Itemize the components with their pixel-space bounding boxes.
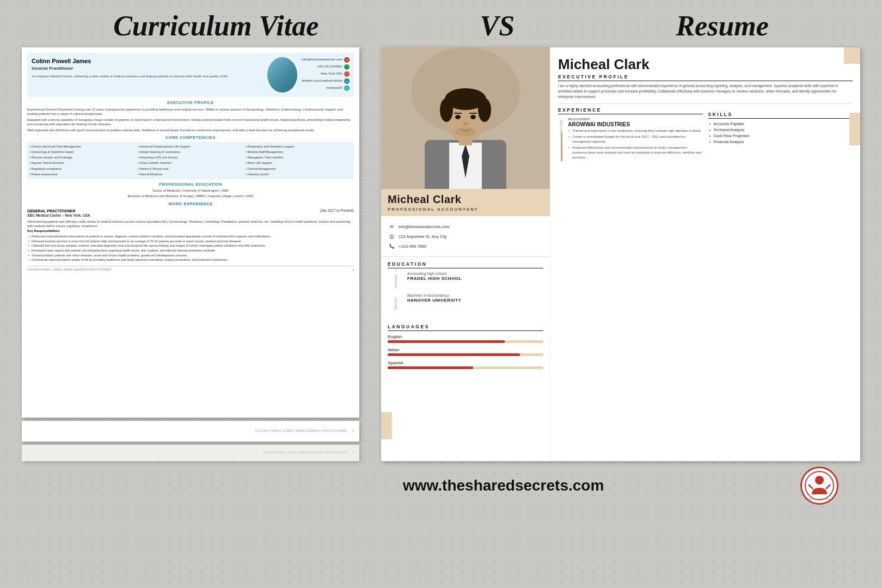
cv-page-3: COLINN POWELL JAMES, MBBS-GENERAL PRACTI… — [22, 445, 359, 461]
vs-text: VS — [480, 10, 515, 42]
resume-phone: 📞 +123-456-7890 — [388, 242, 543, 250]
skills-col: SKILLS Accounts PayableTechnical Analysi… — [708, 107, 853, 164]
cv-comp-item: Internal Medicine — [138, 172, 244, 177]
skill-item: Accounts Payable — [708, 121, 853, 127]
resume-section: Micheal Clark PROFESSIONAL ACCOUNTANT ✉ … — [359, 47, 860, 581]
lang-bar-bg — [388, 366, 543, 369]
resume-email: ✉ info@thesharedsecrets.com — [388, 223, 543, 230]
cv-phone: +001 00 1234567 📞 — [317, 64, 350, 70]
website-text: www.thesharedsecrets.com — [403, 477, 604, 494]
two-column-section: EXPERIENCE 2017-2021 Accountant AROWWAI … — [558, 107, 853, 164]
cv-comp-item: Chronic and Acute Pain Management — [29, 144, 136, 149]
edu-school-name: HANOVER UNIVERSITY — [407, 298, 543, 303]
cv-skype: myskypeID S — [326, 85, 350, 91]
skill-item: Financial Analysis — [708, 139, 853, 145]
exec-profile-text2: Equipped with a strong capability of man… — [27, 118, 354, 126]
cv-edu-item: Doctor of Medicine | University of Washi… — [27, 189, 354, 193]
svg-point-15 — [455, 127, 476, 136]
decorative-top — [844, 47, 860, 64]
edu-item: 2010-2013 Accounting high school FRADEL … — [388, 272, 543, 289]
cv-email-text: info@thesharedsecrets.com — [302, 58, 342, 62]
svg-rect-12 — [454, 113, 462, 114]
cv-comp-item: Gynecology & Obstetrics Expert — [29, 150, 136, 155]
location-icon: 📍 — [344, 71, 350, 77]
resume-languages: LANGUAGES English Italian Spanish — [381, 320, 550, 378]
lang-bar-fill — [388, 366, 473, 369]
cv-bullet: Treated pediatric patients with minor il… — [27, 254, 354, 258]
cv-comp-item: Respiratory and Ventilatory support — [246, 144, 352, 149]
cv-comp-item: Nasogastric Tube Insertion — [246, 155, 352, 160]
cv-comp-item: Advanced Cardiovascular Life Support — [138, 144, 244, 149]
cv-photo — [267, 57, 297, 93]
svg-point-17 — [815, 476, 824, 485]
lang-name: Italian — [388, 347, 543, 352]
cv-skype-text: myskypeID — [326, 86, 342, 90]
cv-header-left: Colinn Powell James General Practitioner… — [32, 57, 263, 93]
lang-bar-bg — [388, 340, 543, 343]
lang-name: English — [388, 334, 543, 339]
cv-comp-item: Ingrown Toenail Excision — [29, 161, 136, 166]
cv-footer-name2: COLINN POWELL JAMES, MBBS-GENERAL PRACTI… — [255, 429, 347, 433]
logo-inner: The Shared Secrets — [804, 470, 835, 501]
cv-footer-page1: 1 — [352, 268, 354, 272]
exp-bullet: Trained and supervised 2 new employees, … — [568, 128, 702, 133]
cv-comp-item: Patient assessment — [29, 172, 136, 177]
edu-year-bar: 2010-2013 — [388, 272, 404, 289]
svg-point-9 — [478, 98, 491, 122]
cv-comp-item: Intravenous (IV) Line Access — [138, 155, 244, 160]
resume-right-name: Micheal Clark — [558, 56, 853, 73]
phone-icon: 📞 — [344, 64, 350, 70]
work-date: (Jan 2017 to Present) — [320, 209, 354, 213]
exp-title: EXPERIENCE — [558, 107, 703, 114]
work-role: GENERAL PRACTITIONER — [27, 209, 76, 213]
exp-content: Accountant AROWWAI INDUSTRIES Trained an… — [568, 117, 702, 161]
resume-person-photo — [381, 47, 550, 189]
edu-school-name: FRADEL HIGH SCHOOL — [407, 276, 543, 281]
svg-text:The Shared Secrets: The Shared Secrets — [809, 498, 830, 500]
exp-year-bar: 2017-2021 — [558, 117, 565, 161]
skills-section: SKILLS Accounts PayableTechnical Analysi… — [708, 112, 853, 145]
page-header: Curriculum Vitae VS Resume — [0, 0, 882, 47]
cv-comp-item: Basic Life Support — [246, 161, 352, 166]
lang-title: LANGUAGES — [388, 324, 543, 331]
email-icon: ✉ — [344, 57, 350, 63]
cv-phone-text: +001 00 1234567 — [317, 65, 342, 69]
edu-title: EDUCATION — [388, 261, 543, 268]
exp-company: AROWWAI INDUSTRIES — [568, 121, 702, 127]
email-icon: ✉ — [388, 223, 395, 230]
phone-icon: 📞 — [388, 242, 395, 250]
lang-bar-fill — [388, 340, 505, 343]
cv-contact: info@thesharedsecrets.com ✉ +001 00 1234… — [302, 57, 350, 93]
bottom-bar: www.thesharedsecrets.com The Shared Secr… — [381, 461, 860, 510]
cv-linkedin-text: linkedin.com/medical-doctor — [302, 79, 342, 83]
divider — [558, 103, 853, 104]
cv-comp-item: Infection control — [246, 172, 352, 177]
cv-location-text: New York-USA — [321, 72, 342, 76]
cv-comp-item: Regulatory compliance — [29, 167, 136, 171]
exec-profile-text: Experienced General Practitioner having … — [27, 107, 354, 116]
svg-point-10 — [455, 115, 461, 119]
lang-item: Spanish — [388, 360, 543, 369]
cv-page-1: Colinn Powell James General Practitioner… — [22, 47, 359, 418]
resume-left-column: Micheal Clark PROFESSIONAL ACCOUNTANT ✉ … — [381, 47, 550, 461]
skill-item: Technical Analysis — [708, 127, 853, 133]
cv-linkedin: linkedin.com/medical-doctor in — [302, 78, 350, 84]
cv-comp-item: Medical Staff Management — [246, 150, 352, 155]
work-header: (Jan 2017 to Present) GENERAL PRACTITION… — [27, 209, 354, 213]
exp-years: 2017-2021 — [560, 117, 563, 133]
resume-title: Resume — [676, 10, 768, 42]
cv-bullets: Performed medical/clinical examinations … — [27, 235, 354, 262]
cv-bullet: Collected fluid and tissue samples, orde… — [27, 244, 354, 248]
edu-year-text: 2010-2013 — [394, 272, 397, 288]
resume-phone-text: +123-456-7890 — [399, 244, 426, 249]
edu-year-bar: 2013-2017 — [388, 293, 404, 311]
main-content: Colinn Powell James General Practitioner… — [0, 47, 882, 581]
edu-item: 2013-2017 Bachelor of accountancy HANOVE… — [388, 293, 543, 311]
exp-bullet: Analyzed deficiencies and recommended im… — [568, 145, 702, 160]
resume-name: Micheal Clark — [388, 193, 543, 206]
cv-description: A competent Medical Doctor, delivering a… — [32, 74, 263, 78]
cv-section: Colinn Powell James General Practitioner… — [22, 47, 359, 581]
cv-education-list: Doctor of Medicine | University of Washi… — [27, 189, 354, 199]
work-company: ABC Medical Center – New York, USA — [27, 213, 354, 218]
experience-col: EXPERIENCE 2017-2021 Accountant AROWWAI … — [558, 107, 703, 164]
